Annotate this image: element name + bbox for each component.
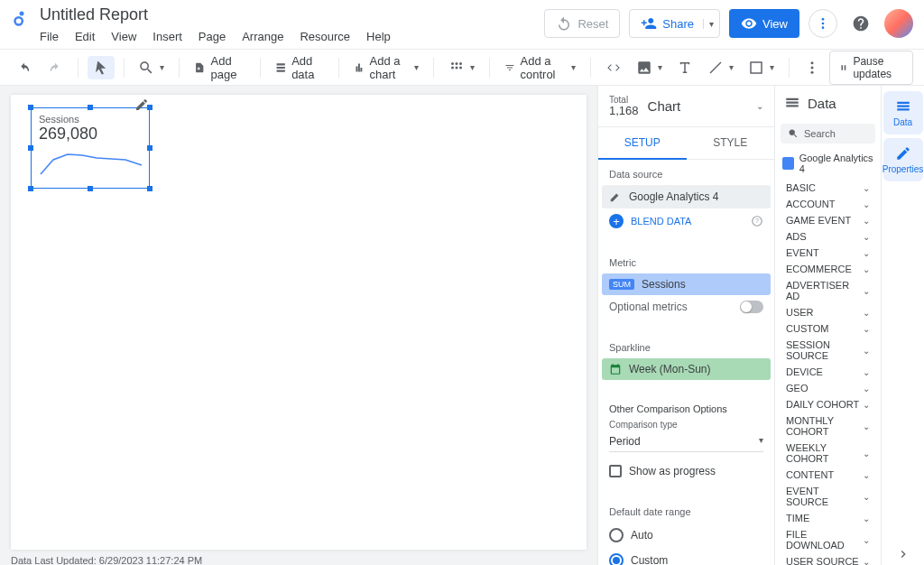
image-button[interactable]: ▾ — [631, 56, 668, 79]
toolbar-more-button[interactable] — [799, 56, 826, 79]
svg-point-1 — [15, 17, 23, 24]
text-button[interactable] — [671, 56, 698, 79]
comparison-type-select[interactable]: Period▾ — [609, 431, 763, 452]
chevron-down-icon[interactable]: ⌄ — [756, 101, 763, 111]
menu-insert[interactable]: Insert — [152, 30, 182, 43]
dimension-group[interactable]: ECOMMERCE⌄ — [779, 261, 877, 277]
pencil-icon — [895, 145, 911, 162]
blend-data-button[interactable]: + BLEND DATA ? — [598, 208, 774, 234]
dimension-group[interactable]: ADVERTISER AD⌄ — [779, 277, 877, 304]
dimension-group[interactable]: WEEKLY COHORT⌄ — [779, 440, 877, 467]
code-icon — [605, 60, 622, 76]
dimension-group[interactable]: SESSION SOURCE⌄ — [779, 337, 877, 364]
share-dropdown-icon[interactable]: ▾ — [703, 19, 714, 29]
add-control-button[interactable]: Add a control▾ — [499, 51, 582, 85]
zoom-icon — [138, 60, 154, 76]
zoom-button[interactable]: ▾ — [133, 56, 170, 79]
rail-data-tab[interactable]: Data — [883, 91, 923, 134]
dimension-group[interactable]: DEVICE⌄ — [779, 364, 877, 380]
add-chart-button[interactable]: Add a chart▾ — [348, 51, 424, 85]
dimension-group[interactable]: TIME⌄ — [779, 510, 877, 526]
data-source-item[interactable]: Google Analytics 4 — [775, 147, 881, 180]
shape-icon — [748, 60, 764, 76]
reset-button[interactable]: Reset — [544, 9, 620, 38]
menu-edit[interactable]: Edit — [75, 30, 95, 43]
dimension-group[interactable]: BASIC⌄ — [779, 180, 877, 196]
add-page-button[interactable]: Add page — [189, 51, 251, 85]
dimension-group[interactable]: MONTHLY COHORT⌄ — [779, 412, 877, 440]
field-search-input[interactable]: Search — [781, 124, 875, 144]
more-vert-icon — [804, 60, 820, 76]
dimension-group[interactable]: GEO⌄ — [779, 380, 877, 396]
data-panel: Data Search Google Analytics 4 BASIC⌄ACC… — [774, 86, 881, 565]
menu-resource[interactable]: Resource — [300, 30, 350, 43]
share-button[interactable]: Share ▾ — [629, 9, 720, 38]
properties-panel: Total 1,168 Chart ⌄ SETUP STYLE Data sou… — [597, 86, 774, 565]
default-range-label: Default date range — [598, 497, 774, 523]
dimension-group[interactable]: ACCOUNT⌄ — [779, 196, 877, 212]
eye-icon — [741, 15, 757, 32]
dimension-group[interactable]: EVENT⌄ — [779, 245, 877, 261]
dimension-group[interactable]: USER⌄ — [779, 304, 877, 320]
dimension-group[interactable]: CONTENT⌄ — [779, 467, 877, 483]
search-icon — [788, 128, 799, 139]
data-source-label: Data source — [598, 160, 774, 185]
add-data-button[interactable]: Add data — [270, 51, 329, 85]
svg-point-10 — [459, 66, 462, 69]
pencil-icon — [609, 190, 622, 203]
help-icon[interactable]: ? — [751, 215, 763, 227]
dimension-group[interactable]: DAILY COHORT⌄ — [779, 396, 877, 412]
embed-button[interactable] — [600, 56, 627, 79]
data-source-chip[interactable]: Google Analytics 4 — [602, 185, 771, 208]
collapse-rail-button[interactable] — [896, 536, 910, 565]
radio-icon[interactable] — [609, 553, 624, 565]
dimension-group[interactable]: GAME EVENT⌄ — [779, 212, 877, 228]
database-icon — [275, 60, 286, 76]
scorecard-chart[interactable]: Sessions 269,080 — [31, 107, 150, 189]
help-button[interactable] — [846, 9, 875, 38]
report-title[interactable]: Untitled Report — [40, 5, 544, 26]
radio-icon[interactable] — [609, 528, 624, 542]
sparkline-chip[interactable]: Week (Mon-Sun) — [602, 358, 771, 380]
optional-metrics-toggle[interactable] — [740, 301, 763, 313]
dimension-group[interactable]: CUSTOM⌄ — [779, 320, 877, 337]
sparkline-chart — [39, 147, 143, 187]
undo-button[interactable] — [11, 56, 38, 79]
redo-button[interactable] — [42, 56, 69, 79]
sparkline-section-label: Sparkline — [598, 333, 774, 358]
line-button[interactable]: ▾ — [702, 56, 739, 79]
dimension-group[interactable]: USER SOURCE⌄ — [779, 553, 877, 565]
pause-updates-button[interactable]: Pause updates — [829, 51, 913, 85]
tab-setup[interactable]: SETUP — [598, 127, 687, 160]
data-icon — [784, 95, 800, 111]
tab-style[interactable]: STYLE — [687, 127, 775, 160]
checkbox-icon[interactable] — [609, 465, 622, 477]
looker-studio-logo — [11, 7, 32, 29]
svg-point-3 — [822, 23, 825, 25]
shape-button[interactable]: ▾ — [743, 56, 780, 79]
community-viz-button[interactable]: ▾ — [443, 56, 480, 79]
app-header: Untitled Report File Edit View Insert Pa… — [0, 0, 924, 50]
view-button[interactable]: View — [729, 9, 799, 38]
select-tool-button[interactable] — [88, 56, 115, 79]
dimension-group[interactable]: ADS⌄ — [779, 228, 877, 245]
chart-type-selector[interactable]: Chart — [648, 98, 747, 114]
user-avatar[interactable] — [884, 9, 913, 38]
show-progress-row[interactable]: Show as progress — [598, 459, 774, 483]
report-canvas[interactable]: Sessions 269,080 — [11, 95, 587, 550]
more-options-button[interactable] — [808, 9, 837, 38]
range-auto-radio[interactable]: Auto — [598, 523, 774, 548]
menu-help[interactable]: Help — [366, 30, 391, 43]
rail-properties-tab[interactable]: Properties — [883, 138, 923, 181]
metric-chip[interactable]: SUM Sessions — [602, 273, 771, 295]
dimension-group[interactable]: FILE DOWNLOAD⌄ — [779, 526, 877, 553]
menu-view[interactable]: View — [111, 30, 136, 43]
add-icon: + — [609, 214, 624, 228]
dimension-group[interactable]: EVENT SOURCE⌄ — [779, 483, 877, 510]
menu-arrange[interactable]: Arrange — [242, 30, 283, 43]
menu-file[interactable]: File — [40, 30, 59, 43]
menu-page[interactable]: Page — [199, 30, 226, 43]
canvas-area[interactable]: Sessions 269,080 Data Last Updated: 6/29… — [0, 86, 597, 565]
range-custom-radio[interactable]: Custom — [598, 548, 774, 565]
svg-point-5 — [451, 62, 454, 65]
